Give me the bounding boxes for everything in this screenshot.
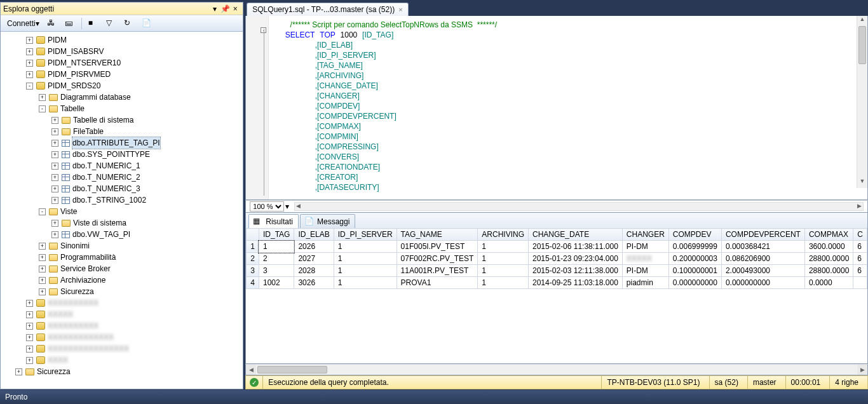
column-header[interactable]: ID_ELAB <box>294 229 334 241</box>
scroll-thumb-h[interactable] <box>257 366 327 374</box>
expand-icon[interactable]: + <box>51 128 58 135</box>
tree-item[interactable]: +Programmabilità <box>3 252 243 263</box>
pin-icon[interactable]: 📌 <box>220 4 230 13</box>
expand-icon[interactable]: + <box>26 346 33 353</box>
expand-icon[interactable]: + <box>51 163 58 170</box>
tree-item[interactable]: +PIDM_ISABSRV <box>3 46 243 57</box>
expand-icon[interactable]: + <box>26 323 33 330</box>
column-header[interactable] <box>247 229 259 241</box>
close-tab-icon[interactable]: × <box>398 6 402 13</box>
tree-item[interactable]: +PIDM_PISRVMED <box>3 69 243 80</box>
grid-cell[interactable]: 3026 <box>294 277 334 289</box>
tab-results[interactable]: ▦ Risultati <box>248 214 299 228</box>
expand-icon[interactable]: + <box>51 140 58 147</box>
scroll-up-icon[interactable]: ▲ <box>857 16 867 26</box>
tree-item[interactable]: +Viste di sistema <box>3 217 243 229</box>
tree-item[interactable]: +PIDM_NTSERVER10 <box>3 57 243 69</box>
toolbar-icon-2[interactable]: 🖴 <box>62 17 78 30</box>
column-header[interactable]: COMPDEV <box>668 229 721 241</box>
grid-cell[interactable]: 07F002RC.PV_TEST <box>397 253 478 265</box>
expand-icon[interactable]: + <box>39 288 46 295</box>
toolbar-stop-icon[interactable]: ■ <box>86 17 101 30</box>
grid-cell[interactable]: 1 <box>478 277 529 289</box>
tree-item[interactable]: -Viste <box>3 206 243 217</box>
grid-cell[interactable]: 2015-02-06 11:38:11.000 <box>529 241 623 253</box>
tree-item[interactable]: +dbo.VW_TAG_PI <box>3 229 243 240</box>
tree-item[interactable]: +Sicurezza <box>3 286 243 297</box>
grid-cell[interactable]: 1 <box>334 241 397 253</box>
grid-cell[interactable]: PROVA1 <box>397 277 478 289</box>
tree-item[interactable]: +dbo.ATTRIBUTE_TAG_PI <box>3 137 243 149</box>
expand-icon[interactable]: + <box>39 277 46 284</box>
expand-icon[interactable]: + <box>51 117 58 124</box>
sql-editor[interactable]: - /****** Script per comando SelectTopNR… <box>245 16 868 200</box>
tree-item[interactable]: +FileTable <box>3 126 243 137</box>
column-header[interactable]: TAG_NAME <box>397 229 478 241</box>
tree-item[interactable]: +XXXXXXXXXX <box>3 320 243 332</box>
row-header[interactable]: 4 <box>247 277 259 289</box>
tree-item[interactable]: +Tabelle di sistema <box>3 114 243 126</box>
expand-icon[interactable]: - <box>26 83 33 90</box>
tree-item[interactable]: +XXXXXXXXXX <box>3 297 243 309</box>
grid-cell[interactable]: 0.006999999 <box>668 241 721 253</box>
grid-cell[interactable]: 0.000368421 <box>721 241 804 253</box>
grid-cell[interactable]: 1 <box>478 265 529 277</box>
expand-icon[interactable]: + <box>26 334 33 341</box>
editor-vertical-scrollbar[interactable]: ▲ ▼ <box>857 16 867 188</box>
expand-icon[interactable]: + <box>39 243 46 250</box>
grid-cell[interactable]: 3 <box>259 265 294 277</box>
grid-cell[interactable]: 1002 <box>259 277 294 289</box>
grid-cell[interactable]: 0.100000001 <box>668 265 721 277</box>
column-header[interactable]: C <box>853 229 867 241</box>
tree-item[interactable]: +XXXX <box>3 354 243 366</box>
grid-cell[interactable]: 28800.0000 <box>804 253 853 265</box>
editor-content[interactable]: /****** Script per comando SelectTopNRow… <box>269 16 867 199</box>
editor-horizontal-scrollbar[interactable]: ◀ ▶ <box>294 202 864 211</box>
grid-cell[interactable]: 1 <box>478 253 529 265</box>
column-header[interactable]: ARCHIVING <box>478 229 529 241</box>
grid-cell[interactable]: 1 <box>334 265 397 277</box>
grid-cell[interactable]: 2026 <box>294 241 334 253</box>
tree-item[interactable]: +Diagrammi database <box>3 91 243 103</box>
expand-icon[interactable]: + <box>26 300 33 307</box>
toolbar-icon-1[interactable]: 🖧 <box>44 17 60 30</box>
connect-button[interactable]: Connetti ▾ <box>4 18 42 29</box>
grid-cell[interactable]: PI-DM <box>622 241 668 253</box>
scroll-thumb[interactable] <box>858 26 866 64</box>
tree-item[interactable]: +dbo.T_NUMERIC_1 <box>3 160 243 172</box>
grid-cell[interactable]: 2 <box>259 253 294 265</box>
tree-item[interactable]: +XXXXXXXXXXXXX <box>3 332 243 343</box>
grid-cell[interactable]: XXXXX <box>622 253 668 265</box>
editor-tab[interactable]: SQLQuery1.sql - TP-...03.master (sa (52)… <box>247 3 408 16</box>
tree-item[interactable]: -Tabelle <box>3 103 243 114</box>
column-header[interactable]: ID_TAG <box>259 229 294 241</box>
expand-icon[interactable]: + <box>26 357 33 364</box>
scroll-down-icon[interactable]: ▼ <box>857 178 867 188</box>
results-horizontal-scrollbar[interactable]: ◀ ▶ <box>245 364 868 375</box>
tree-item[interactable]: +Service Broker <box>3 263 243 274</box>
expand-icon[interactable]: + <box>51 197 58 204</box>
scroll-left-icon[interactable]: ◀ <box>246 365 256 375</box>
grid-cell[interactable]: 2.000493000 <box>721 265 804 277</box>
row-header[interactable]: 2 <box>247 253 259 265</box>
expand-icon[interactable]: + <box>15 368 22 375</box>
grid-cell[interactable]: 0.000000000 <box>668 277 721 289</box>
expand-icon[interactable]: + <box>39 254 46 261</box>
tree-item[interactable]: +XXXXXXXXXXXXXXXX <box>3 343 243 354</box>
expand-icon[interactable]: - <box>39 105 46 112</box>
grid-cell[interactable]: 0.200000003 <box>668 253 721 265</box>
expand-icon[interactable]: + <box>26 311 33 318</box>
expand-icon[interactable]: + <box>26 37 33 44</box>
grid-cell[interactable]: 3600.0000 <box>804 241 853 253</box>
expand-icon[interactable]: + <box>51 174 58 181</box>
toolbar-refresh-icon[interactable]: ↻ <box>121 17 137 30</box>
grid-cell[interactable]: 2027 <box>294 253 334 265</box>
grid-cell[interactable]: piadmin <box>622 277 668 289</box>
tree-item[interactable]: +Sinonimi <box>3 240 243 252</box>
grid-cell[interactable]: 6 <box>853 253 867 265</box>
grid-cell[interactable]: 28800.0000 <box>804 265 853 277</box>
grid-cell[interactable]: 2015-01-23 09:23:04.000 <box>529 253 623 265</box>
tree-item[interactable]: +dbo.SYS_POINTTYPE <box>3 149 243 160</box>
grid-cell[interactable]: 0.0000 <box>804 277 853 289</box>
row-header[interactable]: 3 <box>247 265 259 277</box>
